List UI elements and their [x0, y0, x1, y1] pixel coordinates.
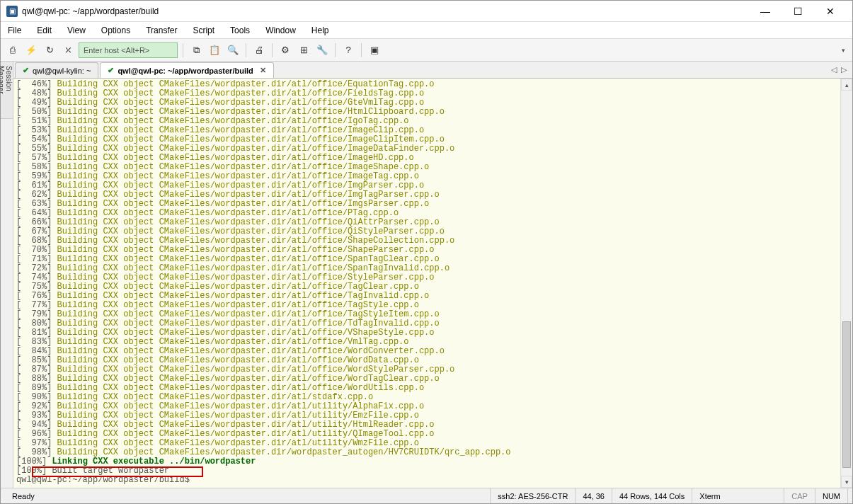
separator	[335, 43, 336, 57]
session-tab-1[interactable]: ✔ qwl@qwl-pc: ~/app/wordpaster/build ✕	[100, 62, 273, 78]
separator	[272, 43, 273, 57]
toolbar: ⎙ ⚡ ↻ ⤫ Enter host <Alt+R> ⧉ 📋 🔍 🖨 ⚙ ⊞ 🔧…	[1, 39, 852, 62]
host-input[interactable]: Enter host <Alt+R>	[79, 42, 178, 58]
status-num: NUM	[815, 488, 848, 503]
quick-connect-icon[interactable]: ⚡	[23, 42, 39, 58]
scroll-down-icon[interactable]: ▾	[841, 476, 852, 488]
status-connection: ssh2: AES-256-CTR	[491, 488, 576, 503]
options-icon[interactable]: 🔧	[314, 42, 330, 58]
tab-prev-icon[interactable]: ◁	[831, 65, 837, 74]
tab-next-icon[interactable]: ▷	[841, 65, 847, 74]
separator	[361, 43, 362, 57]
properties-icon[interactable]: ⚙	[277, 42, 293, 58]
maximize-button[interactable]: ☐	[782, 1, 814, 22]
status-bar: Ready ssh2: AES-256-CTR 44, 36 44 Rows, …	[1, 488, 852, 503]
check-icon: ✔	[23, 66, 29, 75]
status-ready: Ready	[5, 488, 491, 503]
session-options-icon[interactable]: ⊞	[296, 42, 311, 58]
app-icon: ▣	[6, 6, 18, 17]
status-dimensions: 44 Rows, 144 Cols	[612, 488, 692, 503]
window-title: qwl@qwl-pc: ~/app/wordpaster/build	[22, 6, 749, 16]
separator	[246, 43, 246, 57]
menu-help[interactable]: Help	[310, 24, 331, 37]
status-caps: CAP	[784, 488, 815, 503]
menu-view[interactable]: View	[66, 24, 87, 37]
menubar: File Edit View Options Transfer Script T…	[1, 22, 852, 39]
status-cursor-pos: 44, 36	[576, 488, 612, 503]
menu-transfer[interactable]: Transfer	[144, 24, 178, 37]
connect-icon[interactable]: ⎙	[5, 42, 21, 58]
scroll-up-icon[interactable]: ▴	[841, 79, 852, 91]
session-tab-0[interactable]: ✔ qwl@qwl-kylin: ~	[15, 62, 98, 78]
app-icon-tb[interactable]: ▣	[367, 42, 382, 58]
menu-file[interactable]: File	[6, 24, 23, 37]
disconnect-icon[interactable]: ⤫	[60, 42, 76, 58]
check-icon: ✔	[108, 66, 114, 75]
menu-tools[interactable]: Tools	[229, 24, 251, 37]
separator	[183, 43, 183, 57]
session-manager-tab[interactable]: Session Manager	[1, 61, 13, 119]
menu-options[interactable]: Options	[100, 24, 132, 37]
status-term-type: Xterm	[692, 488, 784, 503]
side-gutter	[1, 79, 13, 488]
tab-bar: ✔ qwl@qwl-kylin: ~ ✔ qwl@qwl-pc: ~/app/w…	[1, 62, 852, 79]
reconnect-icon[interactable]: ↻	[42, 42, 57, 58]
minimize-button[interactable]: —	[749, 1, 782, 22]
tab-label: qwl@qwl-kylin: ~	[33, 67, 91, 75]
terminal-output[interactable]: [ 46%] Building CXX object CMakeFiles/wo…	[13, 79, 840, 488]
scroll-thumb[interactable]	[842, 321, 851, 468]
find-icon[interactable]: 🔍	[225, 42, 241, 58]
help-icon[interactable]: ?	[340, 42, 356, 58]
toolbar-overflow-icon[interactable]: ▾	[838, 47, 848, 54]
vertical-scrollbar[interactable]: ▴ ▾	[840, 79, 852, 488]
menu-script[interactable]: Script	[191, 24, 216, 37]
close-button[interactable]: ✕	[814, 1, 847, 22]
tab-label: qwl@qwl-pc: ~/app/wordpaster/build	[118, 67, 253, 75]
menu-edit[interactable]: Edit	[35, 24, 53, 37]
scroll-track[interactable]	[841, 91, 852, 476]
titlebar: ▣ qwl@qwl-pc: ~/app/wordpaster/build — ☐…	[1, 1, 852, 22]
menu-window[interactable]: Window	[264, 24, 297, 37]
copy-icon[interactable]: ⧉	[188, 42, 204, 58]
print-icon[interactable]: 🖨	[251, 42, 267, 58]
paste-icon[interactable]: 📋	[207, 42, 222, 58]
close-tab-icon[interactable]: ✕	[260, 66, 266, 75]
